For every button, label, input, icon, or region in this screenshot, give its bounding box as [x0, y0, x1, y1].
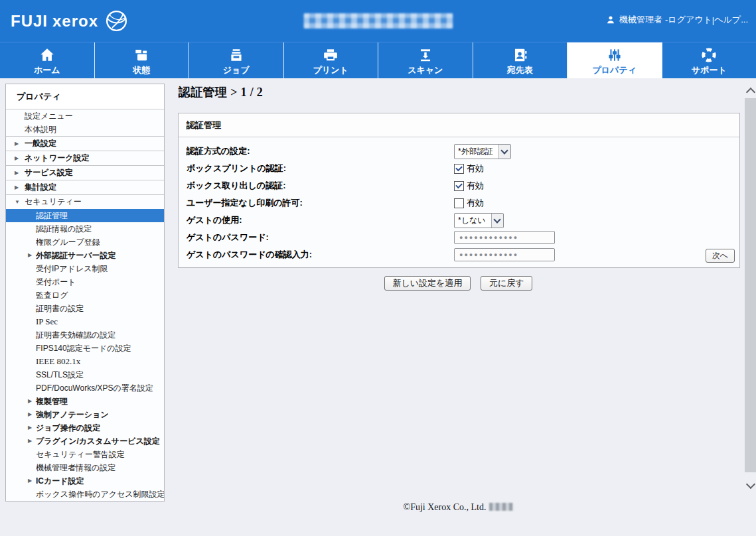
- form-row: 認証方式の設定:*外部認証: [187, 143, 731, 160]
- tab-print[interactable]: プリント: [284, 42, 379, 79]
- sidebar-item[interactable]: 認証情報の設定: [6, 222, 164, 235]
- next-button[interactable]: 次へ: [706, 249, 735, 263]
- logout-link[interactable]: -ログアウト: [665, 14, 712, 26]
- sidebar-item[interactable]: セキュリティー警告設定: [6, 448, 164, 461]
- sidebar-item-label: IP Sec: [36, 316, 58, 326]
- selected-value: *外部認証: [455, 145, 498, 159]
- guest-password-input[interactable]: [454, 231, 555, 244]
- collapse-arrow-icon: [15, 195, 20, 209]
- tab-home[interactable]: ホーム: [0, 42, 95, 79]
- sidebar-item[interactable]: ネットワーク設定: [6, 151, 164, 165]
- copyright-text: ©Fuji Xerox Co., Ltd.: [404, 502, 487, 512]
- sidebar-item[interactable]: 集計設定: [6, 180, 164, 194]
- sidebar-item[interactable]: 受付IPアドレス制限: [6, 262, 164, 275]
- sidebar-item[interactable]: SSL/TLS設定: [6, 368, 164, 381]
- box-retrieval-auth-checkbox[interactable]: [454, 181, 464, 191]
- guest-password-confirm-input[interactable]: [454, 248, 555, 261]
- sidebar-item[interactable]: PDF/DocuWorks/XPSの署名設定: [6, 381, 164, 395]
- tab-label: ホーム: [34, 64, 60, 76]
- sidebar-item[interactable]: 本体説明: [6, 123, 164, 136]
- box-print-auth-label: ボックスプリントの認証:: [187, 163, 454, 174]
- page-title: 認証管理> 1 / 2: [179, 84, 263, 100]
- device-name-redacted: [303, 13, 453, 29]
- tab-label: サポート: [692, 64, 727, 76]
- form-row: ボックス取り出しの認証:有効: [187, 177, 731, 194]
- box-retrieval-auth-label: ボックス取り出しの認証:: [187, 180, 454, 192]
- sidebar-item[interactable]: プラグイン/カスタムサービス設定: [6, 435, 164, 448]
- tab-support[interactable]: サポート: [662, 42, 756, 79]
- sidebar-item-label: プラグイン/カスタムサービス設定: [36, 436, 160, 446]
- unspecified-user-print-checkbox[interactable]: [454, 198, 464, 208]
- sidebar-item-label: 機械管理者情報の設定: [36, 463, 115, 472]
- scrollbar-thumb[interactable]: [745, 98, 756, 472]
- sidebar-item[interactable]: 受付ポート: [6, 275, 164, 289]
- sidebar-item[interactable]: 証明書の設定: [6, 302, 164, 315]
- sidebar-item-label: 権限グループ登録: [36, 237, 100, 247]
- sidebar-item-label: ICカード設定: [36, 476, 84, 486]
- auth-panel: 認証管理 認証方式の設定:*外部認証ボックスプリントの認証:有効ボックス取り出し…: [178, 113, 740, 268]
- tab-jobs[interactable]: ジョブ: [189, 42, 284, 79]
- sidebar-item-label: 複製管理: [36, 397, 68, 406]
- tab-label: ジョブ: [223, 64, 250, 76]
- sidebar-item[interactable]: 機械管理者情報の設定: [6, 461, 164, 474]
- sidebar-item-label: ネットワーク設定: [25, 153, 89, 163]
- vertical-scrollbar: [745, 78, 756, 536]
- tab-properties[interactable]: プロパティ: [567, 42, 662, 79]
- sidebar-item[interactable]: 証明書失効確認の設定: [6, 328, 164, 342]
- sidebar-item[interactable]: ICカード設定: [6, 474, 164, 488]
- tab-status[interactable]: 状態: [95, 42, 190, 79]
- expand-arrow-icon: [28, 408, 32, 421]
- sidebar-title: プロパティ: [6, 84, 164, 109]
- form-row: ゲストのパスワードの確認入力:: [187, 246, 731, 263]
- sidebar-menu: 設定メニュー本体説明一般設定ネットワーク設定サービス設定集計設定セキュリティー認…: [6, 109, 164, 501]
- sidebar-item[interactable]: 監査ログ: [6, 289, 164, 302]
- expand-arrow-icon: [15, 166, 19, 180]
- sidebar-item-label: セキュリティー警告設定: [36, 450, 125, 459]
- sidebar-item-label: 強制アノテーション: [36, 410, 109, 419]
- content-frame: プロパティ 設定メニュー本体説明一般設定ネットワーク設定サービス設定集計設定セキ…: [0, 78, 756, 536]
- life-ring-icon: [700, 46, 718, 64]
- brand-logo: FUJIxerox: [11, 9, 129, 33]
- form-rows: 認証方式の設定:*外部認証ボックスプリントの認証:有効ボックス取り出しの認証:有…: [179, 137, 739, 267]
- sidebar-item[interactable]: IEEE 802.1x: [6, 355, 164, 368]
- sidebar-item[interactable]: 外部認証サーバー設定: [6, 249, 164, 262]
- apply-button[interactable]: 新しい設定を適用: [384, 276, 471, 291]
- sidebar-item[interactable]: 複製管理: [6, 395, 164, 408]
- chevron-down-icon: [498, 145, 510, 159]
- expand-arrow-icon: [28, 421, 32, 435]
- scroll-up-arrow-icon[interactable]: [746, 88, 755, 97]
- sidebar-item[interactable]: サービス設定: [6, 165, 164, 180]
- sidebar-item-label: 本体説明: [25, 125, 56, 134]
- scroll-down-arrow-icon[interactable]: [746, 480, 755, 489]
- sidebar-item[interactable]: 設定メニュー: [6, 109, 164, 123]
- unspecified-user-print-label: ユーザー指定なし印刷の許可:: [187, 197, 454, 209]
- help-link[interactable]: ヘルプ...: [714, 14, 748, 26]
- sidebar-item[interactable]: セキュリティー: [6, 194, 164, 209]
- sidebar-item[interactable]: ボックス操作時のアクセス制限設定: [6, 488, 164, 501]
- box-print-auth-checkbox[interactable]: [454, 164, 464, 174]
- action-buttons: 新しい設定を適用 元に戻す: [178, 276, 739, 291]
- sidebar-item-label: 集計設定: [25, 182, 56, 192]
- auth-method-select[interactable]: *外部認証: [454, 144, 511, 159]
- sidebar-item[interactable]: FIPS140認定モードの設定: [6, 342, 164, 355]
- guest-use-select[interactable]: *しない: [454, 213, 504, 228]
- sidebar-item[interactable]: ジョブ操作の設定: [6, 421, 164, 435]
- sidebar-item[interactable]: 権限グループ登録: [6, 235, 164, 249]
- brand-xerox: xerox: [52, 12, 98, 30]
- sidebar-item[interactable]: 強制アノテーション: [6, 408, 164, 421]
- sidebar-item-label: セキュリティー: [25, 197, 82, 206]
- checkbox-label: 有効: [467, 180, 484, 192]
- page: FUJIxerox 機械管理者 -ログアウト | ヘルプ... ホーム状態ジョブ…: [0, 0, 756, 536]
- user-area: 機械管理者 -ログアウト | ヘルプ...: [605, 14, 748, 26]
- sidebar-item[interactable]: 一般設定: [6, 136, 164, 151]
- brand-fuji: FUJI: [11, 12, 48, 30]
- sidebar-item[interactable]: 認証管理: [6, 209, 164, 222]
- jobs-icon: [228, 46, 245, 64]
- sidebar-item-label: 認証管理: [36, 211, 68, 220]
- tab-label: 宛先表: [507, 64, 533, 76]
- sidebar-item[interactable]: IP Sec: [6, 315, 164, 328]
- tab-address-book[interactable]: 宛先表: [473, 42, 568, 79]
- reset-button[interactable]: 元に戻す: [481, 276, 533, 291]
- tab-scan[interactable]: スキャン: [378, 42, 473, 79]
- user-icon: [605, 15, 616, 25]
